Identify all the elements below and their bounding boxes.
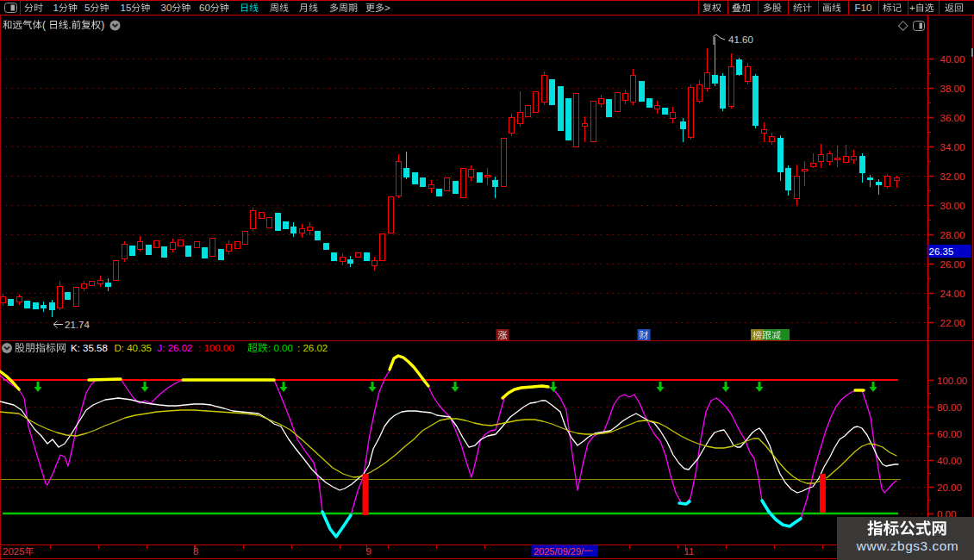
svg-text:32.00: 32.00 bbox=[940, 171, 965, 182]
svg-text:41.60: 41.60 bbox=[728, 34, 753, 45]
svg-text:8: 8 bbox=[193, 546, 198, 557]
svg-text:1: 1 bbox=[53, 3, 59, 13]
svg-text:28.00: 28.00 bbox=[940, 230, 965, 240]
svg-text:D: 40.35: D: 40.35 bbox=[115, 343, 152, 353]
svg-text:26.35: 26.35 bbox=[929, 246, 954, 257]
svg-text:21.74: 21.74 bbox=[65, 320, 90, 330]
svg-text:40.00: 40.00 bbox=[940, 54, 965, 65]
svg-text:40.00: 40.00 bbox=[937, 456, 962, 466]
svg-text:38.00: 38.00 bbox=[940, 84, 965, 94]
svg-text:J: 26.02: J: 26.02 bbox=[158, 343, 193, 353]
svg-text:34.00: 34.00 bbox=[940, 142, 965, 152]
svg-text:24.00: 24.00 bbox=[940, 289, 965, 299]
svg-text:: 26.02: : 26.02 bbox=[297, 343, 328, 353]
svg-text:36.00: 36.00 bbox=[940, 113, 965, 123]
svg-text:.: . bbox=[68, 19, 71, 31]
svg-text:11: 11 bbox=[684, 546, 695, 557]
svg-text:: 100.00: : 100.00 bbox=[198, 343, 234, 353]
svg-text:26.00: 26.00 bbox=[940, 259, 965, 270]
svg-text:): ) bbox=[101, 19, 104, 31]
svg-text:2025: 2025 bbox=[3, 546, 25, 557]
svg-text:+: + bbox=[909, 3, 915, 13]
svg-text:(: ( bbox=[42, 19, 46, 31]
svg-text:9: 9 bbox=[366, 546, 371, 557]
svg-text:60: 60 bbox=[199, 3, 210, 13]
svg-text:>: > bbox=[384, 3, 390, 13]
svg-text:15: 15 bbox=[121, 3, 132, 13]
svg-text:5: 5 bbox=[84, 3, 90, 13]
svg-text:K: 35.58: K: 35.58 bbox=[71, 343, 108, 353]
svg-text:22.00: 22.00 bbox=[940, 318, 965, 328]
svg-text:30: 30 bbox=[161, 3, 172, 13]
svg-text:20.00: 20.00 bbox=[937, 482, 962, 493]
svg-text:30.00: 30.00 bbox=[940, 201, 965, 211]
svg-text:100.00: 100.00 bbox=[937, 376, 967, 386]
svg-text:60.00: 60.00 bbox=[937, 429, 962, 439]
svg-text:: 0.00: : 0.00 bbox=[268, 343, 293, 353]
svg-text:80.00: 80.00 bbox=[937, 402, 962, 413]
svg-text:2025/09/29/: 2025/09/29/ bbox=[534, 546, 584, 557]
svg-text:F10: F10 bbox=[855, 3, 872, 13]
svg-text:www.zbgs3.com: www.zbgs3.com bbox=[856, 538, 958, 553]
